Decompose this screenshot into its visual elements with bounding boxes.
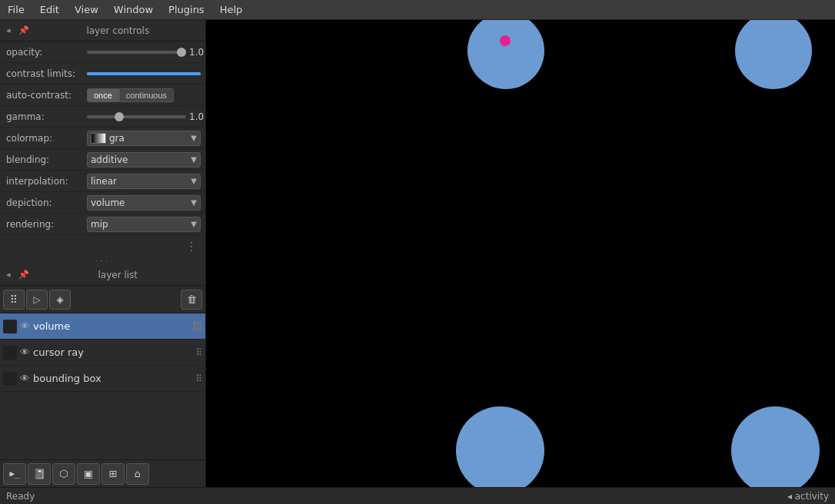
- rendering-value: mip: [91, 219, 188, 230]
- opacity-label: opacity:: [6, 47, 87, 58]
- home-button[interactable]: ⌂: [126, 463, 149, 485]
- interpolation-label: interpolation:: [6, 176, 87, 187]
- menu-file[interactable]: File: [0, 2, 32, 18]
- gamma-widget: 1.0: [87, 111, 211, 122]
- notebook-button[interactable]: 📓: [28, 463, 51, 485]
- labels-icon: ◈: [56, 294, 63, 305]
- menu-edit[interactable]: Edit: [32, 2, 67, 18]
- layer-list-pin-icon[interactable]: 📌: [17, 268, 31, 281]
- colormap-value: gra: [109, 133, 188, 144]
- rendering-widget: mip ▼: [87, 217, 201, 232]
- layer-color-bounding-box: [3, 372, 17, 386]
- colormap-label: colormap:: [6, 133, 87, 144]
- screenshot-button[interactable]: ▣: [77, 463, 100, 485]
- layer-color-cursor-ray: [3, 346, 17, 360]
- layer-list-toolbar: ⠿ ▷ ◈ 🗑: [0, 286, 205, 313]
- statusbar: Ready ◂ activity: [0, 487, 835, 504]
- more-options-row: ⋮: [0, 235, 205, 257]
- layer-move-icon-cursor-ray: ⠿: [195, 347, 202, 358]
- colormap-arrow-icon: ▼: [191, 134, 197, 142]
- depiction-select[interactable]: volume ▼: [87, 195, 201, 211]
- left-panel: ◂ 📌 layer controls opacity: 1.0 contrast…: [0, 20, 206, 487]
- blending-widget: additive ▼: [87, 152, 201, 167]
- opacity-row: opacity: 1.0: [0, 41, 205, 63]
- canvas-area[interactable]: [206, 20, 835, 487]
- gamma-row: gamma: 1.0: [0, 106, 205, 128]
- panel-drag-separator[interactable]: ···: [0, 257, 205, 264]
- layer-item-volume[interactable]: 👁 volume 🖼: [0, 313, 205, 340]
- plugin-widget-button[interactable]: ⬡: [52, 463, 75, 485]
- gamma-label: gamma:: [6, 111, 87, 122]
- colormap-row: colormap: gra ▼: [0, 128, 205, 149]
- more-options-icon[interactable]: ⋮: [185, 239, 199, 254]
- home-icon: ⌂: [135, 468, 141, 479]
- console-button[interactable]: ▶_: [3, 463, 26, 485]
- layer-item-cursor-ray[interactable]: 👁 cursor ray ⠿: [0, 340, 205, 366]
- activity-button[interactable]: ◂ activity: [787, 491, 829, 502]
- menu-window[interactable]: Window: [106, 2, 161, 18]
- notebook-icon: 📓: [33, 468, 45, 479]
- layer-controls-section: ◂ 📌 layer controls opacity: 1.0 contrast…: [0, 20, 205, 257]
- auto-contrast-widget: once continuous: [87, 88, 201, 102]
- grid-button[interactable]: ⊞: [101, 463, 125, 485]
- blending-label: blending:: [6, 154, 87, 165]
- menu-help[interactable]: Help: [212, 2, 251, 18]
- auto-contrast-row: auto-contrast: once continuous: [0, 85, 205, 106]
- auto-contrast-continuous-btn[interactable]: continuous: [119, 88, 174, 102]
- layer-controls-pin-icon[interactable]: 📌: [17, 24, 31, 37]
- circle-bottom-left: [456, 406, 544, 487]
- interpolation-widget: linear ▼: [87, 174, 201, 189]
- layer-controls-header: ◂ 📌 layer controls: [0, 20, 205, 41]
- rendering-row: rendering: mip ▼: [0, 214, 205, 235]
- interpolation-value: linear: [91, 176, 188, 187]
- contrast-limits-row: contrast limits:: [0, 63, 205, 85]
- depiction-widget: volume ▼: [87, 195, 201, 211]
- blending-arrow-icon: ▼: [191, 155, 197, 164]
- layer-name-cursor-ray: cursor ray: [33, 346, 192, 358]
- layer-eye-cursor-ray[interactable]: 👁: [20, 346, 30, 358]
- opacity-slider[interactable]: [87, 51, 186, 54]
- contrast-slider[interactable]: [87, 72, 201, 75]
- gamma-slider[interactable]: [87, 115, 186, 118]
- depiction-arrow-icon: ▼: [191, 198, 197, 207]
- rendering-select[interactable]: mip ▼: [87, 217, 201, 232]
- main-area: ◂ 📌 layer controls opacity: 1.0 contrast…: [0, 20, 835, 487]
- shapes-icon: ▷: [33, 294, 40, 305]
- layer-controls-collapse-icon[interactable]: ◂: [5, 24, 12, 37]
- plugin-icon: ⬡: [59, 468, 68, 479]
- pink-dot: [500, 35, 511, 46]
- rendering-label: rendering:: [6, 219, 87, 230]
- blending-select[interactable]: additive ▼: [87, 152, 201, 167]
- layer-image-icon-volume: 🖼: [192, 320, 202, 332]
- contrast-limits-widget: [87, 72, 201, 75]
- layer-list-header: ◂ 📌 layer list: [0, 264, 205, 286]
- auto-contrast-btn-group: once continuous: [87, 88, 174, 102]
- menu-plugins[interactable]: Plugins: [161, 2, 212, 18]
- screenshot-icon: ▣: [84, 468, 93, 479]
- auto-contrast-once-btn[interactable]: once: [87, 88, 119, 102]
- blending-row: blending: additive ▼: [0, 149, 205, 171]
- blending-value: additive: [91, 154, 188, 165]
- delete-layer-button[interactable]: 🗑: [181, 290, 202, 310]
- trash-icon: 🗑: [187, 293, 197, 305]
- status-ready: Ready: [6, 491, 787, 502]
- layer-eye-volume[interactable]: 👁: [20, 320, 30, 332]
- layer-list-section: ◂ 📌 layer list ⠿ ▷ ◈ 🗑: [0, 264, 205, 459]
- circle-top-right: [735, 20, 812, 89]
- circle-bottom-right: [731, 406, 820, 487]
- depiction-value: volume: [91, 197, 188, 208]
- layer-item-bounding-box[interactable]: 👁 bounding box ⠿: [0, 366, 205, 392]
- layer-name-bounding-box: bounding box: [33, 373, 192, 384]
- layer-color-volume: [3, 320, 17, 333]
- contrast-limits-label: contrast limits:: [6, 68, 87, 79]
- add-shapes-button[interactable]: ▷: [26, 290, 48, 310]
- interpolation-select[interactable]: linear ▼: [87, 174, 201, 189]
- layer-name-volume: volume: [33, 320, 189, 332]
- add-labels-button[interactable]: ◈: [49, 290, 71, 310]
- menu-view[interactable]: View: [67, 2, 106, 18]
- layer-list-collapse-icon[interactable]: ◂: [5, 268, 12, 281]
- auto-contrast-label: auto-contrast:: [6, 90, 87, 101]
- colormap-select[interactable]: gra ▼: [87, 131, 201, 146]
- add-points-button[interactable]: ⠿: [3, 290, 25, 310]
- layer-eye-bounding-box[interactable]: 👁: [20, 373, 30, 384]
